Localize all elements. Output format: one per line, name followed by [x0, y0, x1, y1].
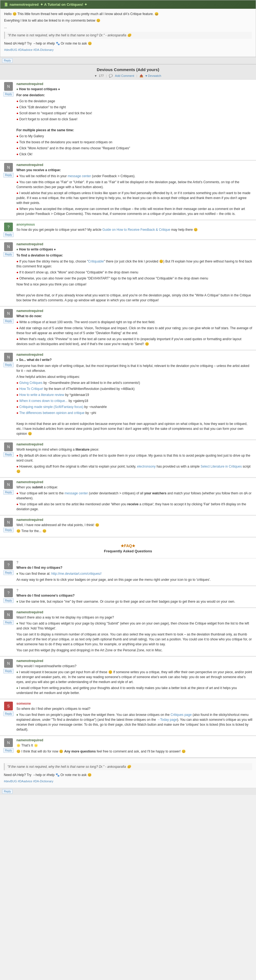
avatar: ?	[4, 223, 13, 231]
comment-body: namenotrequired 🌟 That's It 🌟 😊 I think …	[14, 738, 253, 755]
comment-username[interactable]: ?	[16, 589, 18, 592]
reply-button[interactable]: Reply	[3, 528, 14, 532]
comment-body: namenotrequired When you submit a critiq…	[14, 480, 253, 513]
reply-button[interactable]: Reply	[3, 711, 14, 716]
avatar: N	[4, 738, 13, 747]
comments-header: Devious Comments (Add yours)	[0, 65, 256, 73]
how-to-critique-link[interactable]: How To Critique!	[19, 387, 43, 391]
critiquable-link[interactable]: Critiquable	[88, 259, 104, 263]
add-comment-link[interactable]: Add Comment	[115, 74, 134, 77]
comment-text: So how do you get people to critique you…	[16, 227, 253, 232]
comment-username[interactable]: namenotrequired	[16, 163, 43, 167]
message-center-link[interactable]: message center	[68, 174, 91, 178]
comment-username[interactable]: namenotrequired	[16, 610, 43, 614]
comment-username[interactable]: namenotrequired	[16, 659, 43, 663]
comment-body: ? Where do I find someone's critiques? ♦…	[14, 589, 253, 605]
today-page-link[interactable]: →Today page	[157, 718, 177, 722]
comment-left: N Reply	[3, 738, 14, 753]
electronsony-link[interactable]: electronsony	[137, 465, 156, 468]
comment-left: N Reply	[3, 659, 14, 673]
comment-item: N Reply namenotrequired What to do now: …	[0, 307, 256, 350]
main-post-reply-button[interactable]: Reply	[2, 58, 13, 63]
reply-button[interactable]: Reply	[3, 669, 14, 673]
comment-item: N Reply namenotrequired Why would I requ…	[0, 657, 256, 699]
journal-icon: 📗	[3, 2, 8, 6]
comment-username[interactable]: namenotrequired	[16, 353, 43, 356]
avatar: N	[4, 518, 13, 527]
comment-left: N Reply	[3, 242, 14, 257]
avatar: N	[4, 610, 13, 619]
comment-item: S Reply someone So where do I find other…	[0, 700, 256, 735]
comment-text: When you submit a critique: ● Your criti…	[16, 485, 253, 512]
critiques-url-link[interactable]: http://me.deviantart.com/critiques//	[51, 572, 102, 576]
critiques-page-link[interactable]: Critiques page	[170, 713, 191, 717]
comment-username[interactable]: anonymous	[16, 223, 35, 226]
bottom-help: Need dA Help? Try →help or #help 🐾 Or no…	[4, 772, 252, 777]
comment-body: namenotrequired Well, I have now address…	[14, 518, 253, 535]
guide-link[interactable]: Guide on How to Receive Feedback & Criti…	[102, 228, 170, 232]
journal-container: 📗 namenotrequired ✦ A Tutorial on Critiq…	[0, 0, 256, 57]
comment-left: ? Reply	[3, 560, 14, 575]
reply-button[interactable]: Reply	[3, 598, 14, 603]
reply-button[interactable]: Reply	[3, 232, 14, 237]
comment-body: namenotrequired When you receive a criti…	[14, 163, 253, 217]
comment-left: ? Reply	[3, 223, 14, 237]
message-center-link2[interactable]: message center	[65, 492, 88, 495]
avatar: N	[4, 353, 13, 361]
comment-username[interactable]: namenotrequired	[16, 518, 43, 522]
comment-body: ? Where do I find my critiques? ♦ You ca…	[14, 560, 253, 583]
bottom-tags: #devBUG #DAadvice #DA-Dictionary	[4, 779, 252, 784]
comment-username[interactable]: ?	[16, 560, 18, 565]
comment-username[interactable]: namenotrequired	[16, 738, 43, 742]
comment-text: Why would I request/read/write critiques…	[16, 663, 253, 695]
journal-help: Need dA Help? Try →help or #help 🐾 Or no…	[4, 41, 252, 46]
comment-body: namenotrequired ♦ So... what do I write?…	[14, 353, 253, 437]
journal-ellipsis: ...	[4, 25, 252, 30]
heart-icon: ♥	[95, 74, 97, 77]
reply-button[interactable]: Reply	[3, 570, 14, 575]
faq-subtitle: Frequently Asked Questions	[3, 549, 253, 555]
comment-username[interactable]: namenotrequired	[16, 309, 43, 313]
reply-button[interactable]: Reply	[3, 92, 14, 97]
literature-review-link[interactable]: How to write a literature review	[19, 393, 64, 397]
comment-body: namenotrequired Why would I request/read…	[14, 659, 253, 697]
comments-subbar: ♥ 177 | 💬 Add Comment | 📤 ♥ Devwatch	[0, 73, 256, 80]
reply-button[interactable]: Reply	[3, 490, 14, 495]
devwatch-link[interactable]: ♥ Devwatch	[146, 74, 161, 77]
comment-item: N Reply namenotrequired ♦ How to request…	[0, 80, 256, 160]
giving-critiques-link[interactable]: Giving Critiques	[19, 381, 43, 385]
avatar: ?	[4, 560, 13, 569]
reply-button[interactable]: Reply	[3, 620, 14, 625]
comment-username[interactable]: someone	[16, 702, 31, 705]
avatar: N	[4, 163, 13, 172]
comment-left: N Reply	[3, 82, 14, 97]
comment-left: ? Reply	[3, 589, 14, 603]
comment-username[interactable]: namenotrequired	[16, 480, 43, 484]
select-literature-link[interactable]: Select Literature in Critiques	[200, 465, 242, 468]
comment-username[interactable]: namenotrequired	[16, 242, 43, 246]
journal-intro: Hello 😊 This little forum thread here wi…	[4, 11, 252, 16]
comment-item: ? Reply anonymous So how do you get peop…	[0, 220, 256, 240]
reply-button[interactable]: Reply	[3, 252, 14, 257]
comment-text: Where do I find someone's critiques? ♦ U…	[16, 593, 253, 604]
journal-intro2: Everything I link to will also be linked…	[4, 18, 252, 23]
bottom-reply-button[interactable]: Reply	[2, 789, 13, 794]
reply-button[interactable]: Reply	[3, 363, 14, 367]
comment-body: namenotrequired ♦ How to request critiqu…	[14, 82, 253, 158]
comment-username[interactable]: namenotrequired	[16, 82, 43, 86]
avatar: S	[4, 702, 13, 710]
share-icon: 📤	[140, 74, 143, 78]
comments-section: Devious Comments (Add yours) ♥ 177 | 💬 A…	[0, 64, 256, 795]
reply-button[interactable]: Reply	[3, 748, 14, 753]
comment-item: N Reply namenotrequired When you receive…	[0, 161, 256, 220]
comment-text: ♦ How to request critiques ♦ For one dev…	[16, 87, 253, 157]
reply-button[interactable]: Reply	[3, 173, 14, 177]
comment-username[interactable]: namenotrequired	[16, 442, 43, 446]
reply-button[interactable]: Reply	[3, 452, 14, 457]
down-to-critique-link[interactable]: When it comes down to critique...	[19, 399, 68, 403]
reply-button[interactable]: Reply	[3, 319, 14, 323]
critiquing-simple-link[interactable]: Critiquing made simple (Scifi/Fantasy fo…	[19, 405, 83, 409]
comment-body: namenotrequired Worth keeping in mind wh…	[14, 442, 253, 475]
opinion-critique-link[interactable]: The differences between opinion and crit…	[19, 411, 84, 415]
comment-item: N Reply namenotrequired Well, I have now…	[0, 516, 256, 537]
